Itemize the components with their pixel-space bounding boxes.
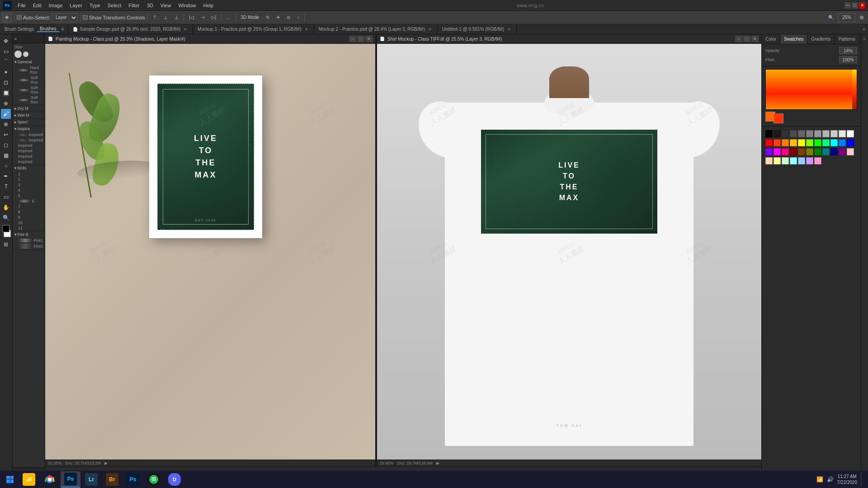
doc-tab-1-close[interactable]: ✕ <box>304 27 309 32</box>
foreground-color-btn[interactable] <box>2 225 9 232</box>
show-desktop-btn[interactable] <box>861 473 863 486</box>
background-swatch[interactable] <box>774 113 783 123</box>
swatch-20[interactable] <box>839 139 846 146</box>
swatch-8[interactable] <box>830 130 838 137</box>
brush-item-inspired-1[interactable]: inspired <box>13 132 45 137</box>
clone-stamp-icon[interactable]: ⊗ <box>1 119 11 129</box>
bridge-btn[interactable]: Br <box>102 471 122 488</box>
menu-help[interactable]: Help <box>200 2 217 9</box>
window-close-btn[interactable]: ✕ <box>859 2 865 9</box>
selection-tool-icon[interactable]: ✥ <box>1 36 11 46</box>
swatch-0[interactable] <box>765 130 773 137</box>
opacity-input[interactable]: 14% <box>839 47 857 54</box>
gradient-icon[interactable]: ▦ <box>1 150 11 160</box>
swatch-16[interactable] <box>806 139 813 146</box>
search-btn[interactable]: 🔍 <box>826 13 836 23</box>
swatch-32[interactable] <box>847 148 854 155</box>
expand-panel-btn[interactable]: » <box>862 36 867 42</box>
swatch-18[interactable] <box>822 139 830 146</box>
color-tab[interactable]: Color <box>762 34 780 44</box>
swatch-37[interactable] <box>798 157 805 164</box>
brush-tool-icon[interactable]: 🖌 <box>1 109 11 119</box>
brush-item-bird-7[interactable]: 7 <box>13 204 45 209</box>
swatch-27[interactable] <box>806 148 813 155</box>
brush-item-inspired-5[interactable]: inspired <box>13 154 45 159</box>
swatch-39[interactable] <box>814 157 821 164</box>
swatch-28[interactable] <box>814 148 821 155</box>
align-top-btn[interactable]: ⊤ <box>150 13 160 23</box>
doc-tab-3-close[interactable]: ✕ <box>506 27 512 32</box>
swatch-15[interactable] <box>798 139 805 146</box>
pen-tool-icon[interactable]: ✒ <box>1 171 11 181</box>
shirt-status-arrow[interactable]: ▶ <box>436 461 439 465</box>
swatch-11[interactable] <box>765 139 773 146</box>
text-tool-icon[interactable]: T <box>1 182 11 192</box>
swatch-7[interactable] <box>822 130 830 137</box>
menu-window[interactable]: Window <box>175 2 199 9</box>
swatch-5[interactable] <box>806 130 813 137</box>
swatch-6[interactable] <box>814 130 821 137</box>
menu-view[interactable]: View <box>157 2 175 9</box>
menu-layer[interactable]: Layer <box>66 2 85 9</box>
swatch-22[interactable] <box>765 148 773 155</box>
brush-item-inspired-3[interactable]: inspired <box>13 143 45 148</box>
doc-tab-1[interactable]: Mockup 1 - Practice.psd @ 25% (Group 1, … <box>193 24 314 34</box>
menu-select[interactable]: Select <box>104 2 125 9</box>
painting-status-arrow[interactable]: ▶ <box>104 461 108 465</box>
painting-min-btn[interactable]: ─ <box>349 36 356 42</box>
3d-slide-btn[interactable]: ↕ <box>294 13 302 23</box>
start-button[interactable] <box>2 471 18 488</box>
swatch-12[interactable] <box>774 139 781 146</box>
healing-brush-icon[interactable]: ⊕ <box>1 99 11 108</box>
menu-type[interactable]: Type <box>86 2 104 9</box>
shirt-close-btn[interactable]: ✕ <box>751 36 759 42</box>
3d-orbit-btn[interactable]: ↻ <box>263 13 272 23</box>
3d-roll-btn[interactable]: ⊙ <box>284 13 293 23</box>
swatch-10[interactable] <box>847 130 854 137</box>
swatch-30[interactable] <box>830 148 838 155</box>
brush-group-general-header[interactable]: ▾ General <box>13 59 45 65</box>
dodge-icon[interactable]: ○ <box>1 161 11 171</box>
menu-file[interactable]: File <box>14 2 29 9</box>
transform-controls-checkbox[interactable]: Show Transform Controls <box>83 15 145 20</box>
brush-group-birds-header[interactable]: ▾ birds <box>13 165 45 171</box>
brush-group-fire-header[interactable]: ▾ Fire B <box>13 231 45 238</box>
brush-item-bird-4[interactable]: 4 <box>13 188 45 193</box>
chrome-btn[interactable] <box>40 471 60 488</box>
shirt-max-btn[interactable]: □ <box>743 36 750 42</box>
brush-settings-panel-tab[interactable]: Brush Settings <box>2 27 37 32</box>
swatch-24[interactable] <box>782 148 789 155</box>
crop-tool-icon[interactable]: ⊡ <box>1 78 11 88</box>
doc-tab-3[interactable]: Untitled-1 @ 0.501% (RGB/8#) ✕ <box>438 24 517 34</box>
brush-item-bird-10[interactable]: 10 <box>13 220 45 225</box>
brush-item-fire1[interactable]: Fire1 <box>13 238 45 243</box>
zoom-tool-icon[interactable]: 🔍 <box>1 213 11 223</box>
swatch-23[interactable] <box>774 148 781 155</box>
color-gradient-display[interactable] <box>765 69 857 110</box>
swatch-3[interactable] <box>790 130 797 137</box>
swatch-2[interactable] <box>782 130 789 137</box>
auto-select-checkbox[interactable]: ✓ Auto-Select: <box>17 15 50 20</box>
align-right-btn[interactable]: ▷| <box>209 13 219 23</box>
doc-tab-0[interactable]: 📄 Sample Design.psd @ 26.8% (est. 2020, … <box>68 24 193 34</box>
extra-tools-btn[interactable]: ⊞ <box>1 239 11 249</box>
history-brush-icon[interactable]: ↩ <box>1 130 11 140</box>
discord-btn[interactable]: D <box>165 471 184 488</box>
lightroom-btn[interactable]: Lr <box>81 471 101 488</box>
3d-pan-btn[interactable]: ✛ <box>274 13 283 23</box>
flow-input[interactable]: 100% <box>839 56 857 63</box>
swatch-35[interactable] <box>782 157 789 164</box>
menu-image[interactable]: Image <box>46 2 66 9</box>
clock-display[interactable]: 11:27 AM 7/22/2020 <box>837 474 858 485</box>
swatch-4[interactable] <box>798 130 805 137</box>
swatches-tab[interactable]: Swatches <box>780 34 807 44</box>
spotify-btn[interactable] <box>144 471 164 488</box>
arrange-btn[interactable]: ⊞ <box>857 13 866 23</box>
zoom-field[interactable]: 25% <box>838 13 856 22</box>
swatch-25[interactable] <box>790 148 797 155</box>
swatch-21[interactable] <box>847 139 854 146</box>
network-icon[interactable]: 📶 <box>816 476 823 483</box>
brush-item-bird-1[interactable]: 1 <box>13 171 45 177</box>
swatch-26[interactable] <box>798 148 805 155</box>
brush-item-bird-2[interactable]: 2 <box>13 177 45 182</box>
